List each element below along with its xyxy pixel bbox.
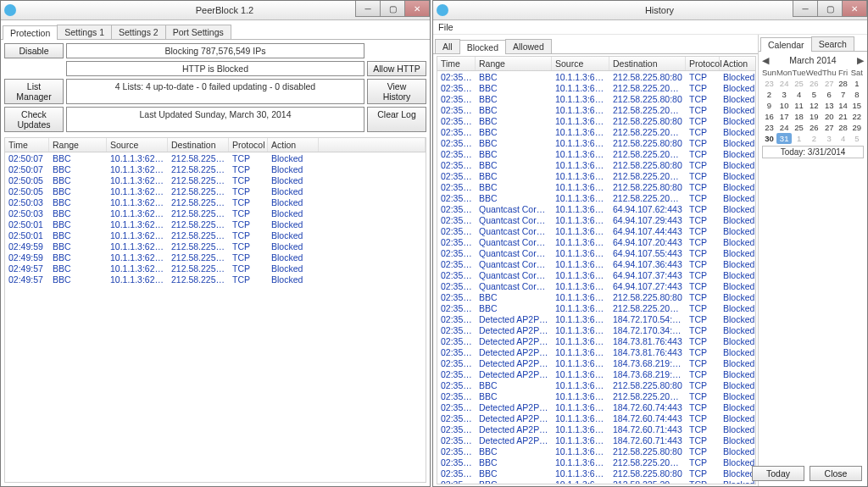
minimize-button[interactable]: ─	[793, 1, 818, 17]
column-header[interactable]: Protocol	[686, 57, 720, 70]
history-table-body[interactable]: 02:35:45BBC10.1.1.3:61884212.58.225.80:8…	[437, 71, 755, 484]
table-row[interactable]: 02:50:07BBC10.1.1.3:62777212.58.225.80:8…	[5, 163, 426, 174]
column-header[interactable]: Source	[552, 57, 609, 70]
today-link[interactable]: Today: 3/31/2014	[762, 146, 864, 158]
calendar-day[interactable]: 18	[792, 111, 805, 122]
column-header[interactable]: Action	[720, 57, 756, 70]
titlebar[interactable]: PeerBlock 1.2 ─ ▢ ✕	[1, 1, 430, 20]
table-row[interactable]: 02:35:31Detected AP2P on A...10.1.1.3:61…	[437, 335, 755, 346]
calendar-day[interactable]: 3	[776, 89, 792, 100]
calendar-day[interactable]: 23	[762, 78, 776, 89]
calendar-day[interactable]: 26	[806, 78, 822, 89]
menu-bar[interactable]: File	[433, 20, 867, 35]
calendar-day[interactable]: 25	[792, 78, 805, 89]
table-row[interactable]: 02:50:03BBC10.1.1.3:62774212.58.225.80:8…	[5, 196, 426, 208]
tab-protection[interactable]: Protection	[3, 25, 58, 40]
table-row[interactable]: 02:35:31Detected AP2P on A...10.1.1.3:61…	[437, 346, 755, 357]
column-header[interactable]: Destination	[168, 138, 229, 152]
table-row[interactable]: 02:35:33BBC10.1.1.3:61858212.58.225.200:…	[437, 302, 755, 313]
column-header[interactable]: Time	[5, 138, 49, 152]
column-header[interactable]	[319, 138, 426, 152]
calendar-day[interactable]: 21	[836, 111, 849, 122]
table-row[interactable]: 02:35:33Quantcast Corporati...10.1.1.3:6…	[437, 225, 755, 236]
table-row[interactable]: 02:35:33Quantcast Corporati...10.1.1.3:6…	[437, 280, 755, 291]
table-row[interactable]: 02:49:57BBC10.1.1.3:62767212.58.225.80:8…	[5, 263, 426, 274]
maximize-button[interactable]: ▢	[380, 1, 405, 17]
table-row[interactable]: 02:35:33Quantcast Corporati...10.1.1.3:6…	[437, 258, 755, 269]
table-row[interactable]: 02:35:43BBC10.1.1.3:61882212.58.225.80:8…	[437, 93, 755, 104]
calendar-day[interactable]: 1	[850, 78, 864, 89]
column-header[interactable]: Protocol	[229, 138, 268, 152]
table-row[interactable]: 02:35:31BBC10.1.1.3:61843212.58.225.200:…	[437, 390, 755, 401]
table-row[interactable]: 02:35:33BBC10.1.1.3:61859212.58.225.80:8…	[437, 291, 755, 302]
table-row[interactable]: 02:49:59BBC10.1.1.3:62769212.58.225.80:8…	[5, 241, 426, 252]
column-header[interactable]: Action	[268, 138, 319, 152]
calendar-day[interactable]: 26	[806, 122, 822, 133]
calendar-day[interactable]: 27	[822, 78, 836, 89]
column-header[interactable]: Time	[437, 57, 476, 70]
table-row[interactable]: 02:35:30Detected AP2P on A...10.1.1.3:61…	[437, 412, 755, 423]
clear-log-button[interactable]: Clear Log	[367, 107, 426, 132]
table-row[interactable]: 02:35:37BBC10.1.1.3:61876212.58.225.80:8…	[437, 159, 755, 170]
list-manager-button[interactable]: List Manager	[4, 79, 64, 104]
table-row[interactable]: 02:49:59BBC10.1.1.3:62768212.58.225.200:…	[5, 252, 426, 263]
disable-button[interactable]: Disable	[4, 43, 64, 58]
table-row[interactable]: 02:50:01BBC10.1.1.3:62772212.58.225.80:8…	[5, 219, 426, 230]
next-month-icon[interactable]: ▶	[857, 55, 864, 65]
column-header[interactable]: Range	[476, 57, 552, 70]
column-header[interactable]: Destination	[609, 57, 686, 70]
calendar-day[interactable]: 4	[792, 89, 805, 100]
table-row[interactable]: 02:50:05BBC10.1.1.3:62775212.58.225.200:…	[5, 185, 426, 196]
calendar-day[interactable]: 28	[836, 78, 849, 89]
tab-all[interactable]: All	[435, 39, 460, 53]
maximize-button[interactable]: ▢	[817, 1, 843, 17]
tab-blocked[interactable]: Blocked	[459, 40, 506, 54]
table-row[interactable]: 02:35:37BBC10.1.1.3:61875212.58.225.200:…	[437, 170, 755, 181]
column-header[interactable]: Range	[49, 138, 107, 152]
table-row[interactable]: 02:35:33Quantcast Corporati...10.1.1.3:6…	[437, 236, 755, 247]
table-row[interactable]: 02:35:31Detected AP2P on A...10.1.1.3:61…	[437, 357, 755, 368]
close-button[interactable]: Close	[810, 466, 862, 481]
table-row[interactable]: 02:50:07BBC10.1.1.3:62778212.58.225.80:8…	[5, 152, 426, 163]
table-row[interactable]: 02:35:33Quantcast Corporati...10.1.1.3:6…	[437, 214, 755, 225]
close-button[interactable]: ✕	[842, 1, 867, 17]
table-row[interactable]: 02:35:31BBC10.1.1.3:61844212.58.225.80:8…	[437, 379, 755, 390]
calendar-day[interactable]: 17	[776, 111, 792, 122]
column-header[interactable]: Source	[107, 138, 168, 152]
calendar-day[interactable]: 23	[762, 122, 776, 133]
calendar-day[interactable]: 28	[836, 122, 849, 133]
tab-settings-2[interactable]: Settings 2	[111, 25, 166, 39]
table-row[interactable]: 02:50:03BBC10.1.1.3:62773212.58.225.200:…	[5, 208, 426, 219]
calendar-day[interactable]: 5	[850, 133, 864, 144]
calendar-day[interactable]: 12	[806, 100, 822, 111]
table-row[interactable]: 02:35:30Detected AP2P on A...10.1.1.3:61…	[437, 434, 755, 445]
table-row[interactable]: 02:35:27BBC10.1.1.3:61810212.58.225.200:…	[437, 479, 755, 484]
calendar-day[interactable]: 4	[836, 133, 849, 144]
calendar-day[interactable]: 7	[836, 89, 849, 100]
table-row[interactable]: 02:35:33Quantcast Corporati...10.1.1.3:6…	[437, 203, 755, 214]
history-table-header[interactable]: TimeRangeSourceDestinationProtocolAction	[437, 57, 755, 71]
close-button[interactable]: ✕	[404, 1, 430, 17]
minimize-button[interactable]: ─	[355, 1, 381, 17]
calendar-day[interactable]: 29	[850, 122, 864, 133]
calendar-day[interactable]: 27	[822, 122, 836, 133]
calendar-day[interactable]: 16	[762, 111, 776, 122]
table-row[interactable]: 02:50:05BBC10.1.1.3:62776212.58.225.80:8…	[5, 174, 426, 185]
tab-calendar[interactable]: Calendar	[760, 37, 812, 52]
calendar-day[interactable]: 9	[762, 100, 776, 111]
table-row[interactable]: 02:35:39BBC10.1.1.3:61878212.58.225.80:8…	[437, 137, 755, 148]
calendar-day[interactable]: 22	[850, 111, 864, 122]
calendar-day[interactable]: 15	[850, 100, 864, 111]
calendar-day[interactable]: 24	[776, 122, 792, 133]
menu-file[interactable]: File	[438, 22, 453, 32]
allow-http-button[interactable]: Allow HTTP	[367, 61, 426, 76]
table-row[interactable]: 02:35:39BBC10.1.1.3:61877212.58.225.200:…	[437, 148, 755, 159]
today-button[interactable]: Today	[752, 466, 804, 481]
table-row[interactable]: 02:50:01BBC10.1.1.3:62771212.58.225.200:…	[5, 230, 426, 241]
prev-month-icon[interactable]: ◀	[762, 55, 769, 65]
calendar-day[interactable]: 19	[806, 111, 822, 122]
table-row[interactable]: 02:35:30Detected AP2P on A...10.1.1.3:61…	[437, 423, 755, 434]
calendar-day[interactable]: 14	[836, 100, 849, 111]
calendar-day[interactable]: 31	[776, 133, 792, 144]
table-row[interactable]: 02:35:43BBC10.1.1.3:61881212.58.225.200:…	[437, 104, 755, 115]
